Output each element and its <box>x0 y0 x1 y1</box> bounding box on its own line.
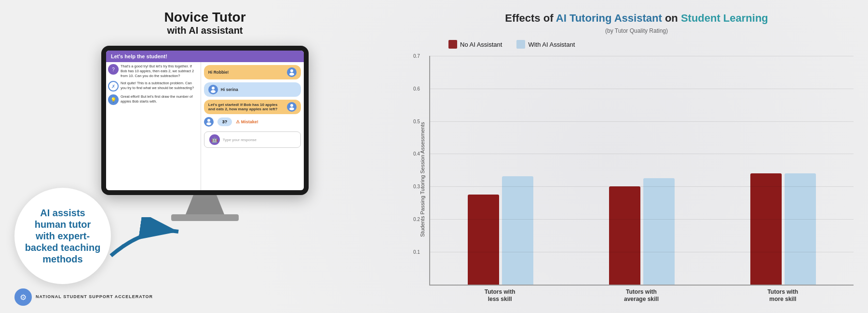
legend-label-no-ai: No AI Assistant <box>460 41 502 48</box>
bar-with-ai-2 <box>785 173 816 285</box>
page-title-sub: with AI assistant <box>164 25 245 36</box>
bar-group-1 <box>571 178 713 285</box>
mistake-label: ⚠ Mistake! <box>236 119 258 124</box>
mistake-row: 3? ⚠ Mistake! <box>204 117 301 127</box>
left-panel: Novice Tutor with AI assistant Let's hel… <box>0 0 410 313</box>
chat-icon-3: 💡 <box>108 94 119 105</box>
title-part1: Effects of <box>505 12 556 24</box>
monitor-wrapper: Let's help the student! ? That's a good … <box>101 46 309 221</box>
x-label-1: Tutors withaverage skill <box>570 288 712 303</box>
chat-text-1: That's a good try! But let's try this to… <box>121 64 199 78</box>
bubble-text-3: Let's get started! If Bob has 10 apples … <box>208 103 284 111</box>
bubble-hi-serina: Hi serina <box>204 82 301 97</box>
monitor: Let's help the student! ? That's a good … <box>101 46 309 195</box>
svg-point-4 <box>290 104 293 107</box>
main-container: Novice Tutor with AI assistant Let's hel… <box>0 0 868 313</box>
logo-icon: ⚙ <box>14 288 32 306</box>
chat-text-2: Not quite! This is a subtraction problem… <box>121 81 199 91</box>
bar-no-ai-2 <box>750 173 782 285</box>
chat-item-1: ? That's a good try! But let's try this … <box>108 64 199 78</box>
person-icon-2 <box>208 85 218 94</box>
logo-area: ⚙ National Student Support Accelerator <box>14 288 153 306</box>
svg-point-6 <box>207 119 210 122</box>
svg-point-3 <box>211 90 216 93</box>
bubble-text-2: Hi serina <box>221 87 297 92</box>
bar-with-ai-1 <box>643 178 675 285</box>
x-label-0: Tutors withless skill <box>429 288 570 303</box>
bar-with-ai-0 <box>502 176 533 284</box>
chat-text-3: Great effort! But let's first draw the n… <box>121 94 199 104</box>
bot-icon: 🤖 <box>209 134 220 145</box>
title-part2: on <box>662 12 681 24</box>
bar-no-ai-0 <box>468 195 499 285</box>
chat-icon-1: ? <box>108 64 119 75</box>
chat-item-3: 💡 Great effort! But let's first draw the… <box>108 94 199 105</box>
chat-item-2: ✗ Not quite! This is a subtraction probl… <box>108 81 199 91</box>
bars-container: 0.70.60.50.40.30.20.1 <box>429 56 854 286</box>
svg-point-0 <box>290 69 293 72</box>
person-icon-1 <box>287 67 297 77</box>
screen-body: ? That's a good try! But let's try this … <box>106 62 304 190</box>
svg-point-1 <box>289 73 294 76</box>
legend-no-ai: No AI Assistant <box>448 40 502 49</box>
input-placeholder: Type your response <box>223 138 257 142</box>
bar-group-0 <box>430 176 571 284</box>
person-icon-3 <box>287 102 297 112</box>
monitor-screen: Let's help the student! ? That's a good … <box>106 51 304 190</box>
screen-header: Let's help the student! <box>106 51 304 62</box>
x-labels: Tutors withless skillTutors withaverage … <box>429 288 854 303</box>
chat-icon-2: ✗ <box>108 81 119 91</box>
answer-bubble: 3? <box>217 117 232 126</box>
person-icon-4 <box>204 117 214 127</box>
chart-content: 0.70.60.50.40.30.20.1 Tutors withless sk… <box>429 56 854 303</box>
left-chat: ? That's a good try! But let's try this … <box>106 62 201 190</box>
legend-box-red <box>448 40 457 49</box>
legend-box-blue <box>516 40 525 49</box>
logo-text: National Student Support Accelerator <box>36 294 153 300</box>
title-student: Student Learning <box>681 12 768 24</box>
svg-point-7 <box>206 122 211 125</box>
right-panel: Effects of AI Tutoring Assistant on Stud… <box>410 0 868 313</box>
svg-point-5 <box>289 107 294 110</box>
title-ai: AI Tutoring Assistant <box>556 12 662 24</box>
novice-tutor-title: Novice Tutor with AI assistant <box>164 10 245 36</box>
bar-group-2 <box>712 173 854 285</box>
bar-no-ai-1 <box>609 186 640 285</box>
arrow-container <box>106 217 183 267</box>
legend-with-ai: With AI Assistant <box>516 40 575 49</box>
chart-title: Effects of AI Tutoring Assistant on Stud… <box>505 12 768 24</box>
chart-area: Students Passing Tutoring Session Assess… <box>420 56 854 303</box>
circle-text-inner: AI assists human tutor with expert-backe… <box>14 197 111 274</box>
chart-subtitle: (by Tutor Quality Rating) <box>420 27 854 34</box>
svg-point-2 <box>212 87 215 90</box>
input-area[interactable]: 🤖 Type your response <box>204 131 301 148</box>
chart-legend: No AI Assistant With AI Assistant <box>448 40 854 49</box>
x-label-2: Tutors withmore skill <box>712 288 854 303</box>
bubble-text-1: Hi Robbie! <box>208 70 284 75</box>
right-chat: Hi Robbie! Hi serina <box>201 62 304 190</box>
bubble-question: Let's get started! If Bob has 10 apples … <box>204 100 301 114</box>
circle-text-container: AI assists human tutor with expert-backe… <box>14 188 111 284</box>
page-title-main: Novice Tutor <box>164 10 245 25</box>
chart-title-container: Effects of AI Tutoring Assistant on Stud… <box>420 12 854 25</box>
legend-label-with-ai: With AI Assistant <box>528 41 575 48</box>
monitor-stand <box>186 195 224 214</box>
bubble-hi-robbie: Hi Robbie! <box>204 65 301 79</box>
arrow-svg <box>106 217 183 265</box>
y-axis-label: Students Passing Tutoring Session Assess… <box>420 56 425 303</box>
